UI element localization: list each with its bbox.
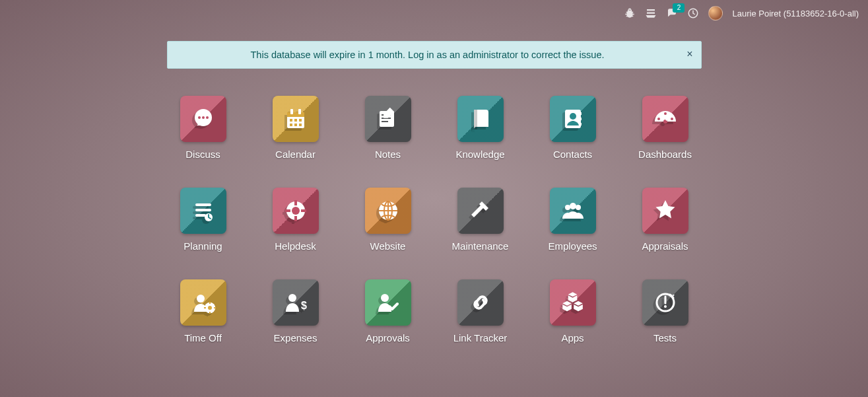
tray-icon[interactable] — [645, 7, 657, 19]
app-website[interactable]: Website — [342, 188, 434, 252]
chat-icon — [180, 96, 226, 142]
hammer-icon — [457, 188, 504, 234]
app-dashboards[interactable]: Dashboards — [619, 96, 712, 160]
link-icon — [457, 279, 504, 326]
app-label: Appraisals — [642, 240, 688, 252]
app-label: Helpdesk — [275, 240, 316, 252]
app-approvals[interactable]: Approvals — [342, 279, 434, 343]
globe-icon — [365, 188, 411, 234]
tests-icon — [642, 279, 688, 326]
app-maintenance[interactable]: Maintenance — [434, 188, 527, 252]
app-calendar[interactable]: Calendar — [250, 96, 342, 160]
messages-badge: 2 — [673, 3, 684, 13]
app-knowledge[interactable]: Knowledge — [434, 96, 527, 160]
activity-clock-icon[interactable] — [687, 7, 699, 19]
app-label: Planning — [184, 240, 222, 252]
app-helpdesk[interactable]: Helpdesk — [250, 188, 342, 252]
app-label: Dashboards — [638, 149, 692, 160]
messages-icon[interactable]: 2 — [666, 7, 678, 19]
planning-icon — [180, 188, 226, 234]
app-notes[interactable]: Notes — [342, 96, 434, 160]
app-label: Expenses — [274, 332, 317, 343]
app-label: Maintenance — [452, 240, 509, 252]
app-expenses[interactable]: Expenses — [250, 279, 342, 343]
app-linktracker[interactable]: Link Tracker — [434, 279, 527, 343]
app-apps[interactable]: Apps — [527, 279, 619, 343]
approve-icon — [365, 279, 411, 326]
app-label: Website — [370, 240, 406, 252]
alert-text: This database will expire in 1 month. Lo… — [251, 50, 605, 60]
app-label: Notes — [375, 149, 401, 160]
app-label: Employees — [548, 240, 597, 252]
gauge-icon — [642, 96, 688, 142]
app-label: Tests — [653, 332, 677, 343]
app-discuss[interactable]: Discuss — [157, 96, 250, 160]
app-label: Approvals — [366, 332, 410, 343]
app-label: Time Off — [184, 332, 222, 343]
app-label: Apps — [561, 332, 584, 343]
people-icon — [550, 188, 596, 234]
lifebuoy-icon — [273, 188, 319, 234]
close-icon[interactable]: × — [686, 48, 692, 60]
app-contacts[interactable]: Contacts — [527, 96, 619, 160]
expense-icon — [273, 279, 319, 326]
star-icon — [642, 188, 688, 234]
app-planning[interactable]: Planning — [157, 188, 250, 252]
app-label: Discuss — [185, 149, 220, 160]
app-label: Knowledge — [455, 149, 504, 160]
app-timeoff[interactable]: Time Off — [157, 279, 250, 343]
app-label: Link Tracker — [453, 332, 508, 343]
user-menu[interactable]: Laurie Poiret (51183652-16-0-all) — [732, 9, 859, 18]
cubes-icon — [550, 279, 596, 326]
avatar[interactable] — [708, 6, 723, 20]
app-appraisals[interactable]: Appraisals — [619, 188, 712, 252]
timeoff-icon — [180, 279, 226, 326]
notes-icon — [365, 96, 411, 142]
app-label: Calendar — [275, 149, 316, 160]
bug-icon[interactable] — [624, 7, 636, 19]
book-icon — [457, 96, 504, 142]
calendar-icon — [273, 96, 319, 142]
contact-icon — [550, 96, 596, 142]
app-tests[interactable]: Tests — [619, 279, 712, 343]
topbar: 2 Laurie Poiret (51183652-16-0-all) — [624, 0, 868, 24]
app-employees[interactable]: Employees — [527, 188, 619, 252]
apps-grid: DiscussCalendarNotesKnowledgeContactsDas… — [157, 96, 712, 343]
app-label: Contacts — [553, 149, 592, 160]
expiration-alert: This database will expire in 1 month. Lo… — [167, 41, 702, 69]
